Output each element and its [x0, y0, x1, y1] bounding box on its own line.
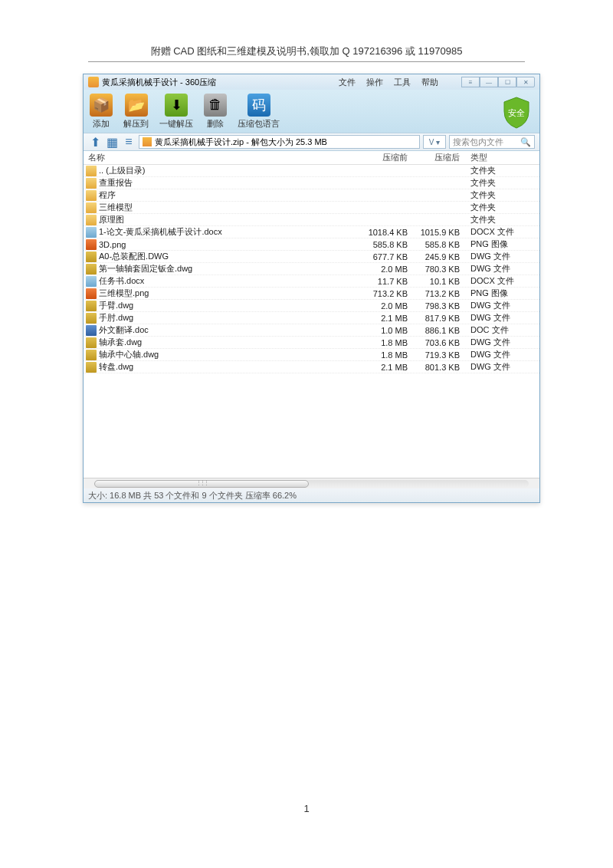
scroll-thumb[interactable]: [94, 480, 309, 488]
file-size-after: 10.1 KB: [414, 277, 466, 286]
file-size-after: 817.9 KB: [414, 314, 466, 323]
folder-icon: [86, 190, 97, 201]
file-size-before: 2.0 MB: [362, 301, 414, 311]
svg-text:安全: 安全: [508, 108, 525, 117]
file-name: 第一轴轴套固定钣金.dwg: [99, 263, 362, 275]
file-size-before: 2.1 MB: [362, 314, 414, 323]
file-type: 文件夹: [466, 165, 539, 176]
app-window: 黄瓜采摘机械手设计 - 360压缩 文件 操作 工具 帮助 ≡ — ☐ ✕ 📦 …: [83, 74, 540, 503]
menu-file[interactable]: 文件: [339, 77, 356, 88]
docx-icon: [86, 276, 97, 287]
add-button[interactable]: 📦 添加: [90, 94, 113, 130]
file-size-after: 713.2 KB: [414, 289, 466, 298]
file-size-before: 677.7 KB: [362, 252, 414, 261]
doc-icon: [86, 325, 97, 336]
search-icon: 🔍: [520, 137, 531, 147]
h-scrollbar[interactable]: [84, 478, 539, 488]
file-row[interactable]: 转盘.dwg 2.1 MB 801.3 KB DWG 文件: [84, 361, 539, 373]
dwg-icon: [86, 264, 97, 275]
file-row[interactable]: 轴承套.dwg 1.8 MB 703.6 KB DWG 文件: [84, 337, 539, 349]
page-number: 1: [0, 803, 613, 814]
col-size-after[interactable]: 压缩后: [414, 151, 466, 164]
file-type: DWG 文件: [466, 312, 539, 324]
file-name: 轴承中心轴.dwg: [99, 349, 362, 360]
folder-icon: [86, 178, 97, 189]
add-icon: 📦: [90, 94, 113, 117]
app-icon: [88, 77, 99, 87]
file-type: 文件夹: [466, 214, 539, 225]
file-name: 程序: [99, 189, 362, 201]
file-type: DWG 文件: [466, 263, 539, 275]
file-name: 查重报告: [99, 177, 362, 189]
file-size-before: 1018.4 KB: [362, 228, 414, 237]
dwg-icon: [86, 301, 97, 311]
file-row[interactable]: 手臂.dwg 2.0 MB 798.3 KB DWG 文件: [84, 300, 539, 312]
view-button[interactable]: ▦: [105, 135, 119, 149]
safety-shield-icon: 安全: [501, 96, 532, 130]
maximize-button[interactable]: ☐: [498, 77, 516, 87]
file-row[interactable]: 三维模型 文件夹: [84, 202, 539, 214]
file-name: 外文翻译.doc: [99, 324, 362, 336]
file-name: 转盘.dwg: [99, 361, 362, 373]
file-type: 文件夹: [466, 177, 539, 189]
delete-button[interactable]: 🗑 删除: [204, 94, 227, 130]
file-name: A0-总装配图.DWG: [99, 251, 362, 262]
nav-row: ⬆ ▦ ≡ 黄瓜采摘机械手设计.zip - 解包大小为 25.3 MB V ▾ …: [84, 133, 539, 151]
up-button[interactable]: ⬆: [88, 135, 102, 149]
col-size-before[interactable]: 压缩前: [362, 151, 414, 164]
file-row[interactable]: 程序 文件夹: [84, 189, 539, 202]
history-button[interactable]: ≡: [122, 135, 136, 149]
file-row[interactable]: .. (上级目录) 文件夹: [84, 165, 539, 177]
file-row[interactable]: 查重报告 文件夹: [84, 177, 539, 189]
file-name: 三维模型.png: [99, 288, 362, 299]
dwg-icon: [86, 350, 97, 360]
dwg-icon: [86, 362, 97, 373]
file-type: PNG 图像: [466, 288, 539, 299]
file-size-after: 1015.9 KB: [414, 228, 466, 237]
file-size-after: 703.6 KB: [414, 338, 466, 347]
col-type[interactable]: 类型: [466, 151, 539, 164]
extract-to-button[interactable]: 📂 解压到: [123, 94, 149, 130]
file-size-after: 719.3 KB: [414, 350, 466, 360]
lang-icon: 码: [247, 94, 270, 117]
png-icon: [86, 288, 97, 299]
file-name: .. (上级目录): [99, 165, 362, 176]
minimize-button[interactable]: —: [480, 77, 498, 87]
menu-tools[interactable]: 工具: [394, 77, 411, 88]
file-row[interactable]: 手肘.dwg 2.1 MB 817.9 KB DWG 文件: [84, 312, 539, 324]
file-row[interactable]: 轴承中心轴.dwg 1.8 MB 719.3 KB DWG 文件: [84, 349, 539, 361]
menu-operate[interactable]: 操作: [366, 77, 383, 88]
file-size-before: 11.7 KB: [362, 277, 414, 286]
mainmenu-button[interactable]: ≡: [461, 77, 480, 87]
folder-icon: [86, 202, 97, 213]
file-row[interactable]: A0-总装配图.DWG 677.7 KB 245.9 KB DWG 文件: [84, 251, 539, 263]
file-row[interactable]: 三维模型.png 713.2 KB 713.2 KB PNG 图像: [84, 288, 539, 300]
file-type: DWG 文件: [466, 361, 539, 373]
file-row[interactable]: 1-论文-黄瓜采摘机械手设计.docx 1018.4 KB 1015.9 KB …: [84, 226, 539, 238]
file-type: DWG 文件: [466, 251, 539, 262]
col-name[interactable]: 名称: [84, 151, 362, 164]
menu-help[interactable]: 帮助: [421, 77, 438, 88]
file-name: 轴承套.dwg: [99, 337, 362, 348]
close-button[interactable]: ✕: [516, 77, 535, 87]
archive-lang-button[interactable]: 码 压缩包语言: [238, 94, 280, 130]
view-dropdown[interactable]: V ▾: [423, 135, 446, 149]
file-row[interactable]: 外文翻译.doc 1.0 MB 886.1 KB DOC 文件: [84, 324, 539, 337]
file-size-after: 245.9 KB: [414, 252, 466, 261]
file-size-before: 713.2 KB: [362, 289, 414, 298]
file-type: DWG 文件: [466, 349, 539, 360]
file-row[interactable]: 3D.png 585.8 KB 585.8 KB PNG 图像: [84, 238, 539, 251]
path-input[interactable]: 黄瓜采摘机械手设计.zip - 解包大小为 25.3 MB: [139, 135, 420, 149]
toolbar: 📦 添加 📂 解压到 ⬇ 一键解压 🗑 删除 码 压缩包语言 安全: [84, 90, 539, 133]
file-row[interactable]: 任务书.docx 11.7 KB 10.1 KB DOCX 文件: [84, 275, 539, 288]
file-type: DWG 文件: [466, 337, 539, 348]
file-size-after: 798.3 KB: [414, 301, 466, 311]
png-icon: [86, 239, 97, 250]
file-row[interactable]: 第一轴轴套固定钣金.dwg 2.0 MB 780.3 KB DWG 文件: [84, 263, 539, 275]
file-row[interactable]: 原理图 文件夹: [84, 214, 539, 226]
search-input[interactable]: 搜索包内文件 🔍: [449, 135, 535, 149]
folder-icon: [143, 137, 152, 146]
one-click-extract-button[interactable]: ⬇ 一键解压: [159, 94, 193, 130]
file-size-before: 2.0 MB: [362, 265, 414, 274]
file-size-after: 801.3 KB: [414, 363, 466, 372]
